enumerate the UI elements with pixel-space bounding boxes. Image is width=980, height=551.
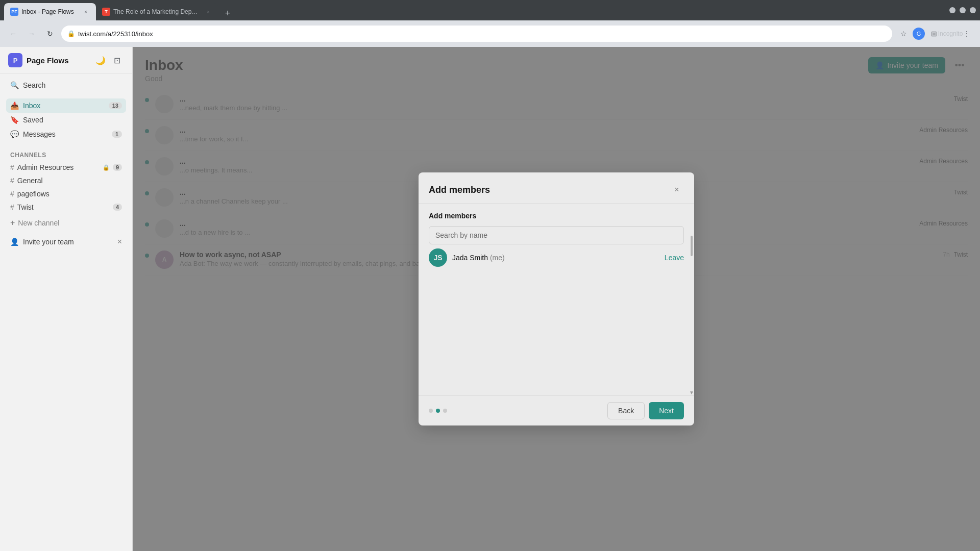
- member-leave-link[interactable]: Leave: [665, 254, 684, 262]
- invite-close-icon[interactable]: ×: [117, 237, 122, 246]
- sidebar-nav: 📥 Inbox 13 🔖 Saved 💬 Messages 1: [0, 96, 132, 143]
- channel-admin-resources[interactable]: # Admin Resources 🔒 9: [6, 161, 126, 174]
- tab-favicon-2: T: [102, 8, 110, 16]
- channel-name-general: General: [17, 177, 122, 185]
- forward-button[interactable]: →: [24, 27, 39, 41]
- add-members-modal: Add members × Add members JS Jada Smith …: [419, 172, 694, 425]
- bookmark-icon[interactable]: ☆: [896, 27, 911, 41]
- profile-icon[interactable]: G: [913, 28, 925, 40]
- browser-actions: ☆ G ⊞ Incognito ⋮: [896, 27, 974, 41]
- member-avatar: JS: [429, 248, 447, 267]
- more-options-icon[interactable]: ⋮: [960, 27, 974, 41]
- tab-inbox-pageflows[interactable]: PF Inbox - Page Flows ×: [4, 3, 96, 20]
- window-minimize[interactable]: [949, 7, 955, 13]
- tab-title-1: Inbox - Page Flows: [21, 8, 79, 15]
- channel-name-admin: Admin Resources: [17, 163, 100, 171]
- new-tab-button[interactable]: +: [220, 6, 235, 20]
- workspace-icon[interactable]: P: [8, 53, 22, 67]
- messages-label: Messages: [23, 130, 56, 138]
- incognito-label: Incognito: [943, 27, 958, 41]
- address-bar-container: ← → ↻ 🔒 twist.com/a/225310/inbox ☆ G ⊞ I…: [0, 20, 980, 47]
- sidebar-search-section: 🔍 Search: [0, 74, 132, 96]
- modal-buttons: Back Next: [607, 402, 684, 419]
- member-name: Jada Smith (me): [452, 254, 659, 262]
- header-actions: 🌙 ⊡: [93, 53, 124, 67]
- messages-badge: 1: [112, 131, 122, 138]
- channel-badge-admin: 9: [113, 164, 122, 171]
- new-channel-label: New channel: [18, 219, 59, 227]
- reload-button[interactable]: ↻: [43, 27, 57, 41]
- main-content: Inbox Good 👤 Invite your team •••: [133, 47, 980, 551]
- sidebar: P Page Flows 🌙 ⊡ 🔍 Search 📥 Inbox 13: [0, 47, 133, 551]
- layout-icon[interactable]: ⊡: [110, 53, 124, 67]
- modal-body: Add members JS Jada Smith (me) Leave: [419, 204, 694, 395]
- new-channel-item[interactable]: + New channel: [6, 216, 126, 230]
- search-item[interactable]: 🔍 Search: [6, 78, 126, 92]
- hashtag-icon-twist: #: [10, 203, 14, 211]
- window-close[interactable]: [970, 7, 976, 13]
- next-button-modal[interactable]: Next: [649, 402, 684, 419]
- url-text: twist.com/a/225310/inbox: [78, 30, 886, 38]
- scroll-down-icon[interactable]: ▼: [689, 390, 694, 395]
- modal-footer: Back Next: [419, 395, 694, 425]
- search-icon: 🔍: [10, 81, 19, 89]
- invite-team-item[interactable]: 👤 Invite your team ×: [6, 234, 126, 249]
- sidebar-item-saved[interactable]: 🔖 Saved: [6, 113, 126, 127]
- channel-name-twist: Twist: [17, 203, 110, 211]
- lock-icon: 🔒: [67, 30, 75, 37]
- moon-icon[interactable]: 🌙: [93, 53, 108, 67]
- tab-favicon-1: PF: [10, 8, 18, 16]
- browser-window: PF Inbox - Page Flows × T The Role of a …: [0, 0, 980, 551]
- channel-badge-twist: 4: [113, 204, 122, 211]
- plus-icon-channel: +: [10, 218, 15, 228]
- app-container: P Page Flows 🌙 ⊡ 🔍 Search 📥 Inbox 13: [0, 47, 980, 551]
- hashtag-icon-pageflows: #: [10, 190, 14, 198]
- lock-icon-admin: 🔒: [103, 164, 110, 171]
- workspace-name: Page Flows: [27, 56, 89, 65]
- window-maximize[interactable]: [960, 7, 966, 13]
- browser-tab-bar: PF Inbox - Page Flows × T The Role of a …: [0, 0, 980, 20]
- channel-general[interactable]: # General: [6, 174, 126, 187]
- modal-overlay: Add members × Add members JS Jada Smith …: [133, 47, 980, 551]
- tab-close-1[interactable]: ×: [82, 8, 90, 16]
- sidebar-item-messages[interactable]: 💬 Messages 1: [6, 127, 126, 141]
- tab-list: PF Inbox - Page Flows × T The Role of a …: [4, 0, 235, 20]
- step-dot-1: [429, 409, 433, 413]
- step-dot-2: [436, 409, 440, 413]
- hashtag-icon-admin: #: [10, 163, 14, 171]
- modal-close-button[interactable]: ×: [670, 183, 684, 197]
- tab-marketing[interactable]: T The Role of a Marketing Depart... ×: [96, 3, 218, 20]
- member-search-input[interactable]: [429, 226, 684, 244]
- modal-header: Add members ×: [419, 172, 694, 204]
- channels-label: Channels: [6, 149, 126, 161]
- modal-title: Add members: [429, 185, 490, 195]
- back-button-modal[interactable]: Back: [607, 402, 645, 419]
- inbox-icon: 📥: [10, 102, 19, 110]
- saved-icon: 🔖: [10, 116, 19, 124]
- member-item: JS Jada Smith (me) Leave: [429, 244, 684, 271]
- sidebar-item-inbox[interactable]: 📥 Inbox 13: [6, 98, 126, 113]
- step-dot-3: [443, 409, 447, 413]
- modal-scrollbar[interactable]: ▼: [689, 234, 694, 395]
- back-button[interactable]: ←: [6, 27, 20, 41]
- scrollbar-thumb: [691, 236, 693, 256]
- invite-icon: 👤: [10, 238, 19, 246]
- tab-close-2[interactable]: ×: [204, 8, 212, 16]
- messages-icon: 💬: [10, 130, 19, 138]
- inbox-label: Inbox: [23, 102, 40, 110]
- modal-step-indicators: [429, 409, 447, 413]
- invite-label: Invite your team: [23, 238, 74, 246]
- member-me-label: (me): [490, 254, 505, 262]
- inbox-badge: 13: [109, 102, 122, 109]
- search-label: Search: [23, 81, 45, 89]
- hashtag-icon-general: #: [10, 177, 14, 185]
- members-list: JS Jada Smith (me) Leave: [429, 244, 684, 387]
- saved-label: Saved: [23, 116, 43, 124]
- channel-pageflows[interactable]: # pageflows: [6, 187, 126, 201]
- channels-section: Channels # Admin Resources 🔒 9 # General…: [0, 143, 132, 216]
- channel-twist[interactable]: # Twist 4: [6, 201, 126, 214]
- channel-name-pageflows: pageflows: [17, 190, 122, 198]
- tab-title-2: The Role of a Marketing Depart...: [113, 8, 201, 15]
- modal-section-title: Add members: [429, 212, 684, 220]
- url-input[interactable]: 🔒 twist.com/a/225310/inbox: [61, 26, 892, 42]
